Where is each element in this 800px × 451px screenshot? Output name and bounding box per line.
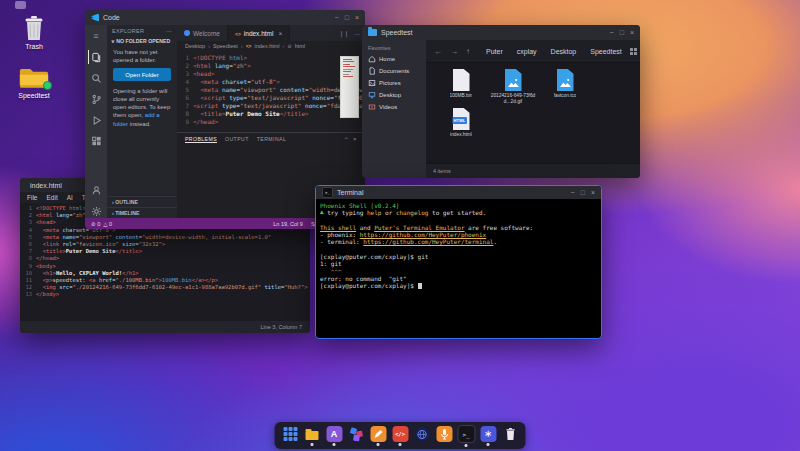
- breadcrumb-item[interactable]: index.html: [255, 43, 280, 49]
- account-icon[interactable]: [88, 183, 104, 197]
- open-folder-button[interactable]: Open Folder: [113, 68, 171, 81]
- breadcrumb-item[interactable]: Desktop: [185, 43, 205, 49]
- code-line: 5 <meta name="viewport" content="width=d…: [20, 234, 310, 241]
- back-icon[interactable]: ←: [434, 47, 442, 56]
- minimize-button[interactable]: −: [571, 189, 575, 196]
- maximize-button[interactable]: □: [620, 29, 624, 36]
- line-number: 7: [177, 102, 193, 109]
- source-control-icon[interactable]: [88, 92, 104, 106]
- explorer-section-header[interactable]: ∨ NO FOLDER OPENED: [107, 36, 177, 46]
- close-panel-icon[interactable]: ×: [353, 136, 357, 143]
- files-sidebar: Favorites HomeDocumentsPicturesDesktopVi…: [362, 40, 426, 178]
- sidebar-header: Favorites: [362, 43, 426, 53]
- chevron-up-icon[interactable]: ⌃: [344, 136, 349, 143]
- line-number: 6: [20, 241, 36, 247]
- path-segment-puter[interactable]: Puter: [486, 48, 503, 55]
- panel-tab-terminal[interactable]: TERMINAL: [257, 136, 286, 142]
- file-tile[interactable]: HTMLindex.html: [436, 106, 486, 138]
- search-icon[interactable]: [88, 71, 104, 85]
- menu-file[interactable]: File: [27, 194, 37, 201]
- line-col-indicator[interactable]: Ln 19, Col 9: [273, 221, 303, 227]
- desktop-icon-trash[interactable]: Trash: [6, 13, 62, 50]
- terminal-titlebar[interactable]: >_ Terminal − □ ×: [316, 186, 601, 199]
- run-debug-icon[interactable]: [88, 113, 104, 127]
- close-tab-icon[interactable]: ×: [278, 30, 282, 37]
- code-line: 2<html lang="zh">: [177, 62, 365, 70]
- home-icon: [368, 55, 376, 63]
- taskbar-item-app-launcher[interactable]: [282, 426, 299, 446]
- sidebar-item-home[interactable]: Home: [362, 53, 426, 65]
- html-tag-icon: <>: [246, 43, 252, 49]
- taskbar-item-trash[interactable]: [502, 426, 519, 446]
- desktop-icon-speedtest[interactable]: Speedtest: [6, 62, 62, 99]
- maximize-button[interactable]: □: [345, 14, 349, 21]
- sidebar-item-desktop[interactable]: Desktop: [362, 89, 426, 101]
- code-editor-area[interactable]: 1<!DOCTYPE html>2<html lang="zh">3<head>…: [177, 51, 365, 132]
- close-button[interactable]: ×: [591, 189, 595, 196]
- path-segment-desktop[interactable]: Desktop: [551, 48, 577, 55]
- terminal-output[interactable]: Phoenix Shell [v0.2.4]♣ try typing help …: [316, 199, 601, 338]
- panel-actions: ⌃×: [344, 136, 357, 143]
- open-indicator-dot: [465, 444, 468, 447]
- forward-icon[interactable]: →: [450, 47, 458, 56]
- close-button[interactable]: ×: [355, 14, 359, 21]
- minimize-button[interactable]: −: [610, 29, 614, 36]
- app-center-icon: A: [326, 426, 342, 442]
- code-line: 8</head>: [20, 255, 310, 262]
- minimap[interactable]: [340, 56, 359, 118]
- menu-edit[interactable]: Edit: [46, 194, 57, 201]
- sidebar-item-label: Documents: [379, 68, 409, 74]
- breadcrumb[interactable]: Desktop›Speedtest›<>index.html›⊘html: [177, 41, 365, 51]
- panel-tab-output[interactable]: OUTPUT: [225, 136, 249, 142]
- terminal-line: 1: git: [320, 260, 597, 267]
- maximize-button[interactable]: □: [581, 189, 585, 196]
- line-number: 8: [20, 255, 36, 261]
- menu-icon[interactable]: ≡: [88, 29, 104, 43]
- line-number: 6: [177, 94, 193, 101]
- file-tile[interactable]: 100MB.bin: [436, 67, 486, 104]
- tab-welcome[interactable]: Welcome: [177, 25, 228, 41]
- explorer-icon[interactable]: [88, 50, 105, 64]
- timeline-section[interactable]: › TIMELINE: [107, 207, 177, 218]
- split-editor-icon[interactable]: ❘❘: [339, 30, 349, 37]
- gear-icon[interactable]: [88, 204, 104, 218]
- close-button[interactable]: ×: [630, 29, 634, 36]
- panel-tab-problems[interactable]: PROBLEMS: [185, 136, 217, 143]
- terminal-line: ♣ try typing help or changelog to get st…: [320, 209, 597, 216]
- taskbar-item-app-center[interactable]: A: [326, 426, 343, 446]
- outline-section[interactable]: › OUTLINE: [107, 196, 177, 207]
- up-icon[interactable]: ↑: [466, 47, 470, 56]
- taskbar-item-text-editor[interactable]: [370, 426, 387, 446]
- tab-index-html[interactable]: <>index.html×: [228, 25, 290, 41]
- more-actions-icon[interactable]: ⋯: [354, 30, 360, 37]
- file-tile[interactable]: 20124216-649-73f6dd...2d.gif: [488, 67, 538, 104]
- taskbar-item-terminal-app[interactable]: >_: [458, 425, 475, 447]
- sidebar-item-videos[interactable]: Videos: [362, 101, 426, 113]
- more-icon[interactable]: ⋯: [166, 28, 172, 34]
- breadcrumb-item[interactable]: html: [295, 43, 305, 49]
- taskbar-item-dev-blocks[interactable]: [348, 426, 365, 446]
- taskbar-item-browser[interactable]: [414, 426, 431, 446]
- sidebar-item-pictures[interactable]: Pictures: [362, 77, 426, 89]
- path-segment-cxplay[interactable]: cxplay: [517, 48, 537, 55]
- sidebar-item-documents[interactable]: Documents: [362, 65, 426, 77]
- minimize-button[interactable]: −: [335, 14, 339, 21]
- taskbar-item-recorder[interactable]: [436, 426, 453, 446]
- files-titlebar[interactable]: Speedtest − □ ×: [362, 25, 640, 40]
- file-tile[interactable]: favicon.ico: [540, 67, 590, 104]
- menu-ai[interactable]: AI: [67, 194, 73, 201]
- breadcrumb-item[interactable]: Speedtest: [213, 43, 238, 49]
- open-indicator-dot: [333, 443, 336, 446]
- terminal-line: ^^^: [320, 268, 597, 275]
- taskbar-item-files-app[interactable]: [304, 426, 321, 446]
- taskbar-item-speedtest-app[interactable]: ∗: [480, 426, 497, 446]
- breadcrumb-separator: ›: [283, 43, 285, 49]
- line-number: 9: [177, 118, 193, 125]
- taskbar-item-code-app[interactable]: </>: [392, 426, 409, 446]
- problems-indicator[interactable]: ⊘ 0 △ 0: [91, 221, 112, 227]
- vscode-titlebar[interactable]: Code − □ ×: [85, 10, 365, 25]
- path-segment-speedtest[interactable]: Speedtest: [590, 48, 622, 55]
- grid-view-icon[interactable]: [630, 48, 637, 55]
- extensions-icon[interactable]: [88, 134, 104, 148]
- folder-icon: [304, 426, 320, 442]
